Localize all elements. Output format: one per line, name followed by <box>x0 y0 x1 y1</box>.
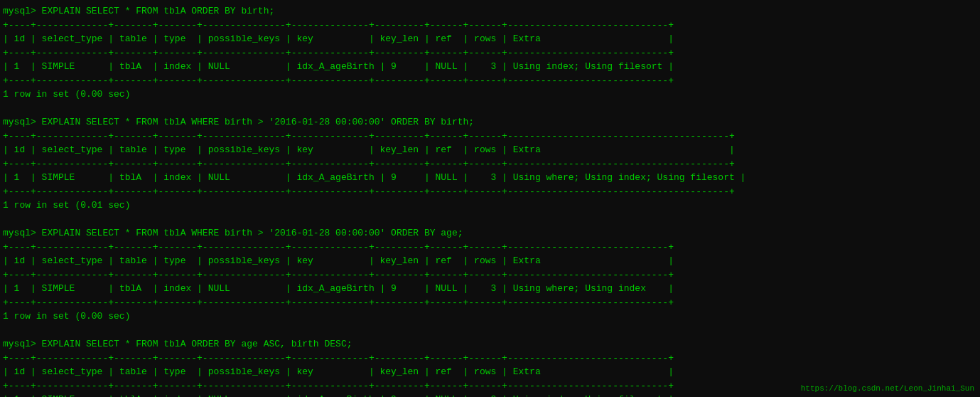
separator-top-2: +----+-------------+-------+-------+----… <box>3 129 977 144</box>
data-row-1: | 1 | SIMPLE | tblA | index | NULL | idx… <box>3 60 977 74</box>
header-row-3: | id | select_type | table | type | poss… <box>3 254 977 268</box>
separator-top-4: +----+-------------+-------+-------+----… <box>3 351 977 366</box>
terminal-window: mysql> EXPLAIN SELECT * FROM tblA ORDER … <box>3 4 977 397</box>
row-count-2: 1 row in set (0.01 sec) <box>3 198 977 213</box>
command-line-4: mysql> EXPLAIN SELECT * FROM tblA ORDER … <box>3 337 977 351</box>
separator-top-3: +----+-------------+-------+-------+----… <box>3 240 977 255</box>
separator-mid-2: +----+-------------+-------+-------+----… <box>3 157 977 171</box>
header-row-4: | id | select_type | table | type | poss… <box>3 365 977 379</box>
separator-bot-1: +----+-------------+-------+-------+----… <box>3 74 977 88</box>
data-row-3: | 1 | SIMPLE | tblA | index | NULL | idx… <box>3 282 977 296</box>
separator-bot-3: +----+-------------+-------+-------+----… <box>3 296 977 310</box>
header-row-1: | id | select_type | table | type | poss… <box>3 32 977 46</box>
blank-3 <box>3 324 977 338</box>
watermark: https://blog.csdn.net/Leon_Jinhai_Sun <box>801 383 974 395</box>
command-line-3: mysql> EXPLAIN SELECT * FROM tblA WHERE … <box>3 226 977 240</box>
separator-top-1: +----+-------------+-------+-------+----… <box>3 18 977 33</box>
separator-bot-2: +----+-------------+-------+-------+----… <box>3 185 977 199</box>
command-line-1: mysql> EXPLAIN SELECT * FROM tblA ORDER … <box>3 4 977 18</box>
row-count-3: 1 row in set (0.00 sec) <box>3 309 977 324</box>
blank-1 <box>3 102 977 116</box>
command-line-2: mysql> EXPLAIN SELECT * FROM tblA WHERE … <box>3 115 977 129</box>
separator-mid-1: +----+-------------+-------+-------+----… <box>3 46 977 60</box>
data-row-2: | 1 | SIMPLE | tblA | index | NULL | idx… <box>3 171 977 185</box>
row-count-1: 1 row in set (0.00 sec) <box>3 88 977 102</box>
blank-2 <box>3 213 977 227</box>
separator-mid-3: +----+-------------+-------+-------+----… <box>3 268 977 282</box>
header-row-2: | id | select_type | table | type | poss… <box>3 143 977 157</box>
